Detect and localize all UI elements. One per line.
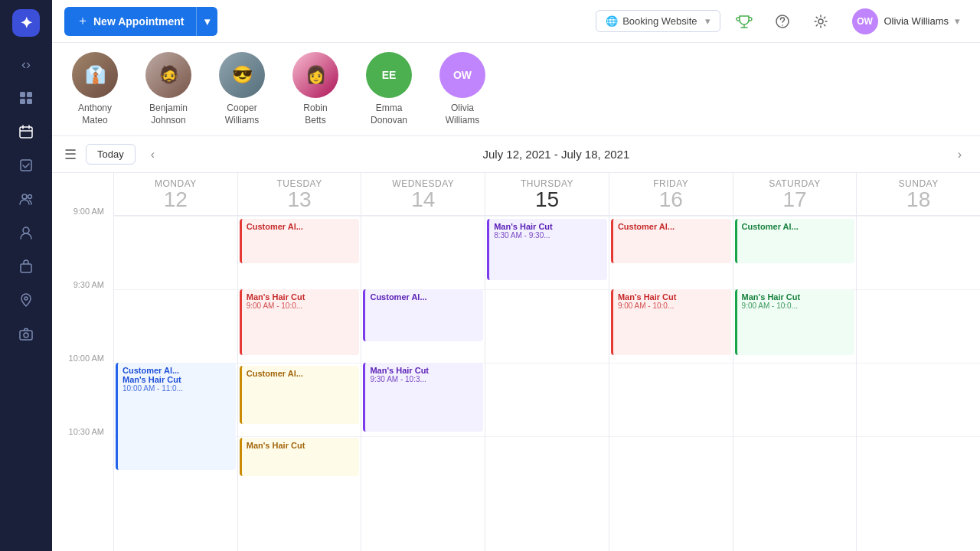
event-tuesday-1[interactable]: Customer Al... bbox=[240, 219, 360, 263]
new-appointment-button[interactable]: ＋ New Appointment ▾ bbox=[64, 7, 217, 36]
new-appointment-label: New Appointment bbox=[93, 15, 184, 28]
staff-name-anthony: AnthonyMateo bbox=[78, 103, 112, 126]
sidebar-item-dashboard[interactable] bbox=[12, 84, 40, 112]
day-num-saturday: 17 bbox=[782, 189, 806, 210]
svg-rect-1 bbox=[27, 92, 32, 97]
today-button[interactable]: Today bbox=[86, 144, 136, 165]
app-logo[interactable]: ✦ bbox=[12, 9, 40, 37]
menu-icon[interactable]: ☰ bbox=[64, 146, 77, 163]
event-title: Customer Al... bbox=[370, 292, 479, 302]
topbar: ＋ New Appointment ▾ 🌐 Booking Website ▾ … bbox=[52, 0, 980, 43]
next-week-button[interactable]: › bbox=[952, 145, 968, 165]
event-title: Man's Hair Cut bbox=[370, 366, 479, 375]
staff-avatar-anthony: 👔 bbox=[72, 52, 118, 98]
today-label: Today bbox=[97, 148, 124, 160]
sidebar-item-code[interactable]: ‹› bbox=[12, 51, 40, 78]
staff-emma[interactable]: EE EmmaDonovan bbox=[358, 52, 420, 126]
svg-rect-4 bbox=[20, 127, 32, 138]
hour-line bbox=[361, 216, 485, 289]
event-saturday-1[interactable]: Customer Al... bbox=[735, 219, 855, 263]
event-title: Customer Al... bbox=[122, 366, 231, 375]
sidebar-item-location[interactable] bbox=[12, 286, 40, 314]
day-body-saturday: Customer Al... Man's Hair Cut 9:00 AM - … bbox=[733, 216, 857, 551]
event-friday-1[interactable]: Customer Al... bbox=[611, 219, 731, 263]
event-tuesday-3[interactable]: Customer Al... bbox=[240, 366, 360, 424]
day-body-thursday: Man's Hair Cut 8:30 AM - 9:30... bbox=[485, 216, 609, 551]
new-appointment-main[interactable]: ＋ New Appointment bbox=[64, 7, 197, 36]
day-num-sunday: 18 bbox=[906, 189, 930, 210]
staff-name-cooper: CooperWilliams bbox=[225, 103, 260, 126]
staff-robin[interactable]: 👩 RobinBetts bbox=[285, 52, 346, 126]
hour-line bbox=[114, 289, 237, 363]
event-title: Man's Hair Cut bbox=[247, 292, 355, 302]
event-saturday-2[interactable]: Man's Hair Cut 9:00 AM - 10:0... bbox=[735, 289, 855, 355]
staff-benjamin[interactable]: 🧔 BenjaminJohnson bbox=[138, 52, 199, 126]
time-column: 9:00 AM 9:30 AM 10:00 AM 10:30 AM bbox=[52, 173, 113, 551]
event-title: Customer Al... bbox=[247, 222, 355, 231]
day-wednesday: Wednesday 14 Customer Al... Man's Hair C… bbox=[361, 173, 485, 551]
event-wednesday-2[interactable]: Man's Hair Cut 9:30 AM - 10:3... bbox=[363, 363, 483, 432]
day-saturday: Saturday 17 Customer Al... Man's Hair Cu… bbox=[733, 173, 857, 551]
time-label-10am: 10:00 AM bbox=[52, 350, 113, 424]
plus-icon: ＋ bbox=[77, 13, 89, 29]
event-time: 9:00 AM - 10:0... bbox=[618, 302, 727, 310]
help-button[interactable] bbox=[768, 7, 797, 36]
staff-cooper[interactable]: 😎 CooperWilliams bbox=[211, 52, 273, 126]
hour-line bbox=[609, 363, 733, 436]
event-wednesday-1[interactable]: Customer Al... bbox=[363, 289, 483, 341]
hour-line bbox=[485, 289, 609, 363]
date-range-label: July 12, 2021 - July 18, 2021 bbox=[170, 148, 942, 161]
event-title: Customer Al... bbox=[247, 369, 355, 378]
svg-rect-2 bbox=[20, 99, 25, 104]
hour-line bbox=[733, 363, 857, 436]
days-area: Monday 12 Customer Al... Man's Hair Cut … bbox=[113, 173, 980, 551]
staff-anthony[interactable]: 👔 AnthonyMateo bbox=[64, 52, 126, 126]
svg-rect-12 bbox=[21, 264, 31, 272]
sidebar-item-camera[interactable] bbox=[12, 320, 40, 347]
hour-line bbox=[857, 289, 980, 363]
prev-week-button[interactable]: ‹ bbox=[145, 145, 161, 165]
event-tuesday-4[interactable]: Man's Hair Cut bbox=[240, 438, 360, 476]
staff-name-benjamin: BenjaminJohnson bbox=[149, 103, 188, 126]
day-thursday: Thursday 15 Man's Hair Cut 8:30 AM - 9:3… bbox=[485, 173, 609, 551]
event-time: 9:00 AM - 10:0... bbox=[742, 302, 851, 310]
svg-point-10 bbox=[28, 195, 32, 199]
main-content: ＋ New Appointment ▾ 🌐 Booking Website ▾ … bbox=[52, 0, 980, 551]
sidebar-item-team[interactable] bbox=[12, 185, 40, 213]
svg-rect-0 bbox=[20, 92, 25, 97]
event-thursday-1[interactable]: Man's Hair Cut 8:30 AM - 9:30... bbox=[487, 219, 607, 280]
event-friday-2[interactable]: Man's Hair Cut 9:00 AM - 10:0... bbox=[611, 289, 731, 355]
new-appointment-dropdown[interactable]: ▾ bbox=[197, 7, 217, 36]
sidebar-item-calendar[interactable] bbox=[12, 118, 40, 145]
staff-avatar-emma: EE bbox=[366, 52, 412, 98]
day-friday: Friday 16 Customer Al... Man's Hair Cut bbox=[609, 173, 733, 551]
booking-website-button[interactable]: 🌐 Booking Website ▾ bbox=[596, 10, 720, 32]
svg-point-9 bbox=[22, 194, 27, 199]
day-tuesday: Tuesday 13 Customer Al... Man's Hair Cut bbox=[237, 173, 361, 551]
event-tuesday-2[interactable]: Man's Hair Cut 9:00 AM - 10:0... bbox=[240, 289, 360, 355]
sidebar-item-bag[interactable] bbox=[12, 253, 40, 280]
svg-point-13 bbox=[24, 297, 28, 300]
day-header-friday: Friday 16 bbox=[609, 173, 733, 216]
booking-website-label: Booking Website bbox=[622, 15, 697, 27]
sidebar-item-checklist[interactable] bbox=[12, 152, 40, 179]
user-menu[interactable]: OW Olivia Williams ▾ bbox=[844, 5, 969, 37]
hour-line bbox=[114, 216, 237, 289]
sidebar-item-clients[interactable] bbox=[12, 219, 40, 246]
trophy-button[interactable] bbox=[730, 7, 759, 36]
day-num-friday: 16 bbox=[659, 189, 683, 210]
event-title: Customer Al... bbox=[742, 222, 851, 231]
settings-button[interactable] bbox=[806, 7, 835, 36]
day-num-monday: 12 bbox=[164, 189, 188, 210]
day-header-saturday: Saturday 17 bbox=[733, 173, 857, 216]
event-time: 9:00 AM - 10:0... bbox=[247, 302, 355, 310]
dropdown-chevron-icon: ▾ bbox=[705, 15, 710, 27]
staff-olivia[interactable]: OW OliviaWilliams bbox=[432, 52, 493, 126]
hour-line bbox=[361, 436, 485, 510]
day-header-monday: Monday 12 bbox=[114, 173, 237, 216]
event-monday-1[interactable]: Customer Al... Man's Hair Cut 10:00 AM -… bbox=[116, 363, 236, 470]
day-header-wednesday: Wednesday 14 bbox=[361, 173, 485, 216]
svg-point-20 bbox=[818, 19, 823, 24]
day-monday: Monday 12 Customer Al... Man's Hair Cut … bbox=[113, 173, 237, 551]
staff-avatar-robin: 👩 bbox=[292, 52, 338, 98]
